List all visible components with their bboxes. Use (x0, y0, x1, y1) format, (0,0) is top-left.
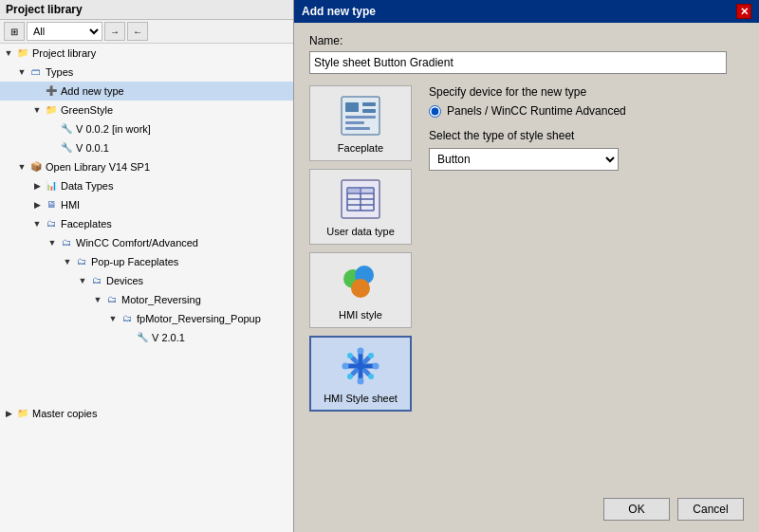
device-label: Specify device for the new type (429, 85, 744, 99)
toggle-devices[interactable]: ▼ (76, 272, 89, 289)
toggle-greenstyle[interactable]: ▼ (30, 101, 44, 119)
icon-fpmotor-popup: 🗂 (120, 311, 135, 326)
toggle-hmi[interactable]: ▶ (30, 196, 44, 213)
faceplate-btn-label: Faceplate (338, 142, 383, 154)
toggle-faceplates[interactable]: ▼ (30, 215, 44, 232)
tree-item-v002[interactable]: 🔧 V 0.0.2 [in work] (0, 119, 293, 138)
view-toggle-btn[interactable]: ⊞ (4, 22, 25, 41)
options-panel: Specify device for the new type Panels /… (429, 85, 744, 412)
hmistylesheet-icon (338, 343, 383, 389)
dialog-close-button[interactable]: ✕ (736, 4, 751, 19)
panel-title-label: Project library (6, 3, 83, 16)
tree-item-data-types[interactable]: ▶ 📊 Data Types (0, 176, 293, 195)
label-devices: Devices (106, 272, 143, 289)
tree-item-project-library[interactable]: ▼ 📁 Project library (0, 44, 293, 63)
svg-rect-3 (362, 109, 376, 113)
svg-point-35 (368, 353, 374, 358)
tree-item-types[interactable]: ▼ 🗃 Types (0, 63, 293, 82)
style-type-dropdown[interactable]: Button Text field Slider Gauge (429, 148, 619, 171)
tree-item-master-copies[interactable]: ▶ 📁 Master copies (0, 404, 293, 423)
toggle-types[interactable]: ▼ (15, 64, 28, 81)
icon-devices: 🗂 (89, 273, 104, 288)
svg-point-34 (347, 353, 353, 358)
tree-item-wincc[interactable]: ▼ 🗂 WinCC Comfort/Advanced (0, 233, 293, 252)
name-label: Name: (309, 34, 744, 47)
style-type-label: Select the type of style sheet (429, 129, 744, 142)
back-btn[interactable]: ← (127, 22, 148, 41)
dialog-title: Add new type (302, 5, 376, 18)
svg-point-32 (342, 363, 349, 370)
tree-item-greenstyle[interactable]: ▼ 📁 GreenStyle (0, 101, 293, 119)
svg-rect-17 (361, 188, 374, 193)
icon-motor-reversing: 🗂 (104, 292, 120, 307)
toggle-project-library[interactable]: ▼ (2, 45, 15, 62)
filter-dropdown[interactable]: AllTypesFaceplates (27, 22, 102, 41)
user-data-type-btn[interactable]: User data type (309, 169, 412, 245)
hmistyle-btn-label: HMI style (339, 309, 382, 321)
icon-popup-faceplates: 🗂 (74, 254, 89, 269)
toggle-popup-faceplates[interactable]: ▼ (61, 253, 74, 270)
svg-rect-1 (345, 102, 359, 112)
label-motor-reversing: Motor_Reversing (121, 291, 201, 308)
label-hmi: HMI (61, 196, 80, 213)
toggle-fpmotor-popup[interactable]: ▼ (106, 310, 120, 327)
toggle-master-copies[interactable]: ▶ (2, 405, 15, 422)
toggle-wincc[interactable]: ▼ (46, 234, 59, 251)
toggle-motor-reversing[interactable]: ▼ (91, 291, 104, 308)
svg-rect-2 (362, 102, 376, 106)
icon-master-copies: 📁 (15, 406, 30, 421)
svg-rect-5 (345, 121, 364, 124)
cancel-button[interactable]: Cancel (677, 498, 744, 521)
icon-hmi: 🖥 (44, 197, 59, 212)
svg-point-31 (358, 378, 364, 385)
toggle-data-types[interactable]: ▶ (30, 177, 44, 194)
faceplate-icon (338, 93, 383, 138)
svg-rect-16 (347, 188, 361, 193)
label-data-types: Data Types (61, 177, 113, 194)
tree-item-devices[interactable]: ▼ 🗂 Devices (0, 271, 293, 290)
label-master-copies: Master copies (32, 405, 97, 422)
hmi-style-type-btn[interactable]: HMI style (309, 252, 412, 328)
name-input[interactable] (309, 51, 727, 74)
icon-v002: 🔧 (59, 121, 74, 137)
tree-item-motor-reversing[interactable]: ▼ 🗂 Motor_Reversing (0, 290, 293, 309)
icon-types: 🗃 (28, 64, 44, 80)
icon-greenstyle: 📁 (44, 102, 59, 118)
svg-point-36 (347, 374, 353, 379)
svg-point-20 (351, 279, 370, 298)
label-types: Types (46, 64, 73, 81)
label-greenstyle: GreenStyle (61, 101, 113, 119)
svg-point-37 (368, 374, 374, 379)
tree-item-popup-faceplates[interactable]: ▼ 🗂 Pop-up Faceplates (0, 252, 293, 271)
type-buttons-column: Faceplate (309, 85, 414, 412)
tree-item-add-new-type[interactable]: ➕ Add new type (0, 82, 293, 101)
tree-item-v001[interactable]: 🔧 V 0.0.1 (0, 138, 293, 157)
userdata-icon (338, 176, 383, 222)
dialog-panel: Add new type ✕ Name: (294, 0, 759, 532)
label-faceplates: Faceplates (61, 215, 112, 232)
tree-item-faceplates[interactable]: ▼ 🗂 Faceplates (0, 214, 293, 233)
device-radio-input[interactable] (429, 105, 441, 118)
icon-faceplates: 🗂 (44, 216, 59, 231)
project-tree: ▼ 📁 Project library ▼ 🗃 Types ➕ Add new … (0, 44, 293, 532)
label-project-library: Project library (32, 45, 96, 62)
device-radio-label: Panels / WinCC Runtime Advanced (447, 104, 626, 118)
icon-open-library: 📦 (28, 159, 44, 174)
ok-button[interactable]: OK (603, 498, 670, 521)
svg-rect-6 (345, 127, 370, 130)
hmi-style-sheet-type-btn[interactable]: HMI Style sheet (309, 336, 412, 412)
tree-item-v201[interactable]: 🔧 V 2.0.1 (0, 328, 293, 347)
label-v201: V 2.0.1 (152, 329, 185, 346)
icon-v201: 🔧 (135, 330, 150, 345)
dialog-content: Faceplate (309, 85, 744, 412)
faceplate-type-btn[interactable]: Faceplate (309, 85, 412, 161)
tree-item-hmi[interactable]: ▶ 🖥 HMI (0, 195, 293, 214)
forward-btn[interactable]: → (104, 22, 125, 41)
tree-item-fpmotor-popup[interactable]: ▼ 🗂 fpMotor_Reversing_Popup (0, 309, 293, 328)
icon-wincc: 🗂 (59, 235, 74, 250)
label-popup-faceplates: Pop-up Faceplates (91, 253, 178, 270)
label-fpmotor-popup: fpMotor_Reversing_Popup (137, 310, 261, 327)
toggle-open-library[interactable]: ▼ (15, 158, 28, 175)
tree-item-open-library[interactable]: ▼ 📦 Open Library V14 SP1 (0, 157, 293, 176)
label-wincc: WinCC Comfort/Advanced (76, 234, 198, 251)
